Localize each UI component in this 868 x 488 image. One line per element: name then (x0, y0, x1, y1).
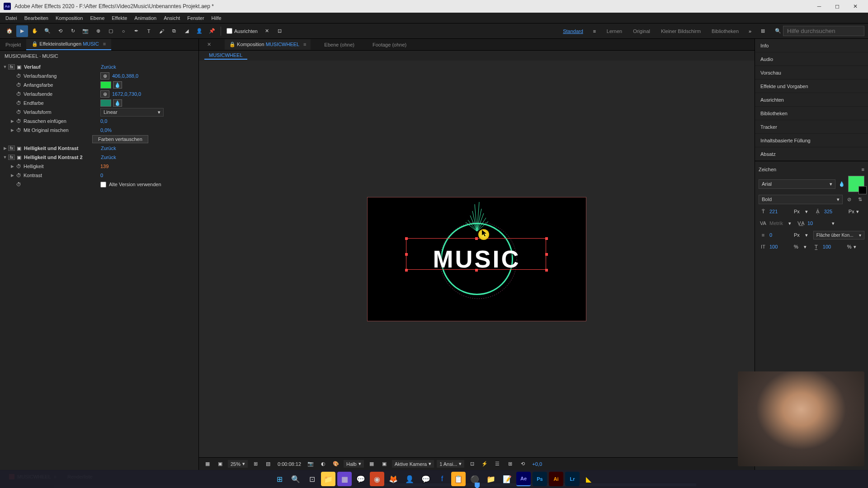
stroke-width-input[interactable]: 0 (769, 232, 792, 238)
fast-preview-icon[interactable]: ⚡ (480, 459, 490, 469)
comp-flow-tab[interactable]: MUSICWHEEL (204, 52, 247, 60)
app-icon[interactable]: ◣ (581, 472, 596, 486)
chevron-down-icon[interactable]: ▾ (854, 244, 856, 250)
orbit-tool[interactable]: ⟲ (54, 25, 66, 37)
stopwatch-icon[interactable]: ⏱ (15, 127, 22, 133)
close-button[interactable]: ✕ (846, 0, 864, 13)
panel-bibliotheken[interactable]: Bibliotheken (755, 107, 868, 120)
selection-handle[interactable] (405, 253, 408, 256)
search-button[interactable]: 🔍 (288, 472, 303, 486)
composition-viewer[interactable]: MUSIC (199, 61, 755, 457)
twirl-icon[interactable]: ▶ (9, 119, 15, 123)
roto-tool[interactable]: 👤 (193, 25, 205, 37)
menu-komposition[interactable]: Komposition (52, 14, 87, 23)
menu-animation[interactable]: Animation (131, 14, 160, 23)
folder-icon[interactable]: 📁 (484, 472, 498, 486)
pen-tool[interactable]: ✒ (130, 25, 142, 37)
chevron-down-icon[interactable]: ▾ (805, 232, 808, 238)
chevron-down-icon[interactable]: ▾ (856, 209, 859, 215)
prop-value[interactable]: 0 (100, 173, 103, 178)
pixel-aspect-icon[interactable]: ⊡ (467, 459, 477, 469)
app-icon[interactable]: ▦ (337, 472, 352, 486)
puppet-tool[interactable]: 📌 (206, 25, 218, 37)
panel-ausrichten[interactable]: Ausrichten (755, 93, 868, 107)
views-dropdown[interactable]: 1 Ansi... ▾ (437, 460, 464, 468)
eyedropper-icon[interactable]: 💧 (113, 99, 122, 107)
reset-link[interactable]: Zurück (101, 145, 116, 151)
selection-handle[interactable] (405, 269, 408, 272)
home-tool[interactable]: 🏠 (4, 25, 15, 37)
facebook-icon[interactable]: f (435, 472, 449, 486)
panel-audio[interactable]: Audio (755, 52, 868, 66)
panel-absatz[interactable]: Absatz (755, 147, 868, 161)
panel-menu-icon[interactable]: ≡ (303, 42, 306, 47)
project-tab[interactable]: Projekt (0, 40, 26, 50)
hand-tool[interactable]: ✋ (29, 25, 41, 37)
twirl-icon[interactable]: ▼ (2, 65, 8, 69)
layer-tab[interactable]: Ebene (ohne) (320, 40, 359, 50)
effect-visibility-icon[interactable]: ▣ (17, 64, 21, 70)
menu-ansicht[interactable]: Ansicht (160, 14, 184, 23)
after-effects-icon[interactable]: Ae (516, 472, 531, 486)
clone-tool[interactable]: ⧉ (168, 25, 180, 37)
roi-icon[interactable]: ▧ (263, 459, 273, 469)
menu-fenster[interactable]: Fenster (184, 14, 208, 23)
workspace-bibliotheken[interactable]: Bibliotheken (706, 27, 744, 36)
mask-icon[interactable]: ▣ (379, 459, 389, 469)
explorer-icon[interactable]: 📁 (321, 472, 335, 486)
notepad-icon[interactable]: 📝 (500, 472, 514, 486)
transparency-grid-icon[interactable]: ▦ (367, 459, 377, 469)
selection-handle[interactable] (405, 237, 408, 240)
workspace-kleiner[interactable]: Kleiner Bildschirm (656, 27, 706, 36)
prop-value[interactable]: 0,0% (100, 127, 112, 133)
help-search-input[interactable] (783, 26, 864, 36)
chevron-down-icon[interactable]: ▾ (804, 244, 807, 250)
fx-badge[interactable]: fx (8, 64, 15, 70)
effect-name[interactable]: Helligkeit und Kontrast (24, 145, 101, 151)
fx-badge[interactable]: fx (8, 145, 15, 151)
stopwatch-icon[interactable]: ⏱ (15, 82, 22, 88)
reset-link[interactable]: Zurück (101, 64, 116, 70)
chevron-down-icon[interactable]: ▾ (805, 209, 808, 215)
selection-handle[interactable] (545, 237, 548, 240)
composition-tab[interactable]: 🔒 Komposition MUSICWHEEL ≡ (225, 39, 311, 50)
selection-handle[interactable] (475, 237, 478, 240)
workspace-overflow-icon[interactable]: » (744, 25, 756, 37)
panel-menu-icon[interactable]: ≡ (103, 41, 106, 47)
eyedropper-icon[interactable]: 💧 (837, 179, 846, 188)
stopwatch-icon[interactable]: ⏱ (15, 100, 22, 106)
stopwatch-icon[interactable]: ⏱ (15, 181, 22, 188)
timeline-icon[interactable]: ☰ (492, 459, 502, 469)
stopwatch-icon[interactable]: ⏱ (15, 118, 22, 124)
font-family-dropdown[interactable]: Arial▾ (759, 179, 835, 189)
prop-value[interactable]: 139 (100, 164, 108, 169)
chevron-down-icon[interactable]: ▾ (832, 221, 835, 226)
target-icon[interactable]: ⊕ (100, 90, 109, 98)
panel-menu-icon[interactable]: ≡ (862, 167, 864, 172)
stopwatch-icon[interactable]: ⏱ (15, 109, 22, 115)
no-stroke-icon[interactable]: ⊘ (844, 195, 854, 204)
effect-name[interactable]: Verlauf (24, 64, 101, 70)
panel-info[interactable]: Info (755, 39, 868, 52)
panel-vorschau[interactable]: Vorschau (755, 66, 868, 80)
fx-badge[interactable]: fx (8, 155, 15, 160)
camera-dropdown[interactable]: Aktive Kamera ▾ (392, 460, 434, 468)
lightroom-icon[interactable]: Lr (565, 472, 580, 486)
start-button[interactable]: ⊞ (272, 472, 287, 486)
panel-effekte[interactable]: Effekte und Vorgaben (755, 80, 868, 93)
stopwatch-icon[interactable]: ⏱ (15, 73, 22, 79)
fill-color-swatch[interactable] (848, 176, 864, 192)
color-swatch[interactable] (100, 81, 111, 89)
color-mgmt-icon[interactable]: 🎨 (331, 459, 341, 469)
swap-colors-icon[interactable]: ⇅ (855, 195, 864, 204)
workspace-menu-icon[interactable]: ≡ (589, 25, 600, 37)
menu-effekte[interactable]: Effekte (108, 14, 131, 23)
illustrator-icon[interactable]: Ai (549, 472, 563, 486)
maximize-button[interactable]: ◻ (828, 0, 846, 13)
reset-link[interactable]: Zurück (101, 155, 116, 160)
app-icon[interactable]: ◉ (370, 472, 384, 486)
comp-close-icon[interactable]: ✕ (203, 39, 216, 50)
leading-input[interactable]: 325 (824, 209, 847, 214)
playhead[interactable] (477, 483, 477, 488)
twirl-icon[interactable]: ▶ (9, 164, 15, 169)
